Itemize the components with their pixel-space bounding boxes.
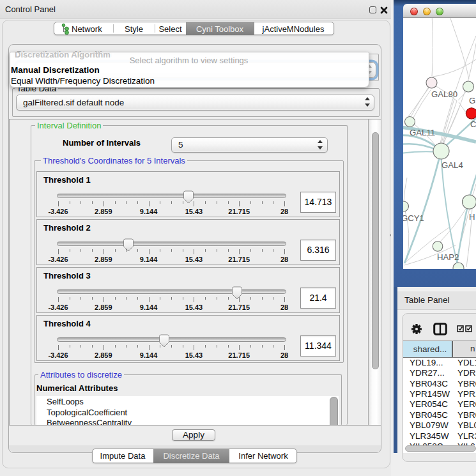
svg-text:GAL4: GAL4 — [441, 160, 463, 170]
svg-text:H: H — [469, 212, 475, 222]
svg-text:C: C — [470, 119, 476, 129]
svg-text:GAL11: GAL11 — [410, 128, 435, 137]
svg-text:GAL80: GAL80 — [431, 89, 457, 99]
svg-text:G.: G. — [469, 96, 476, 105]
svg-text:HAP2: HAP2 — [437, 252, 459, 262]
svg-text:GCY1: GCY1 — [403, 213, 424, 223]
